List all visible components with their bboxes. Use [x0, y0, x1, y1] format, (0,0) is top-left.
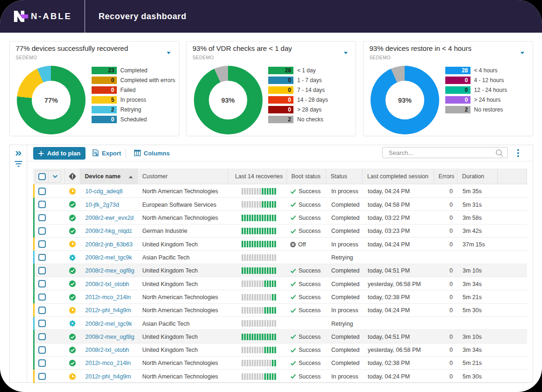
svg-text:N-ABLE: N-ABLE — [31, 11, 72, 21]
